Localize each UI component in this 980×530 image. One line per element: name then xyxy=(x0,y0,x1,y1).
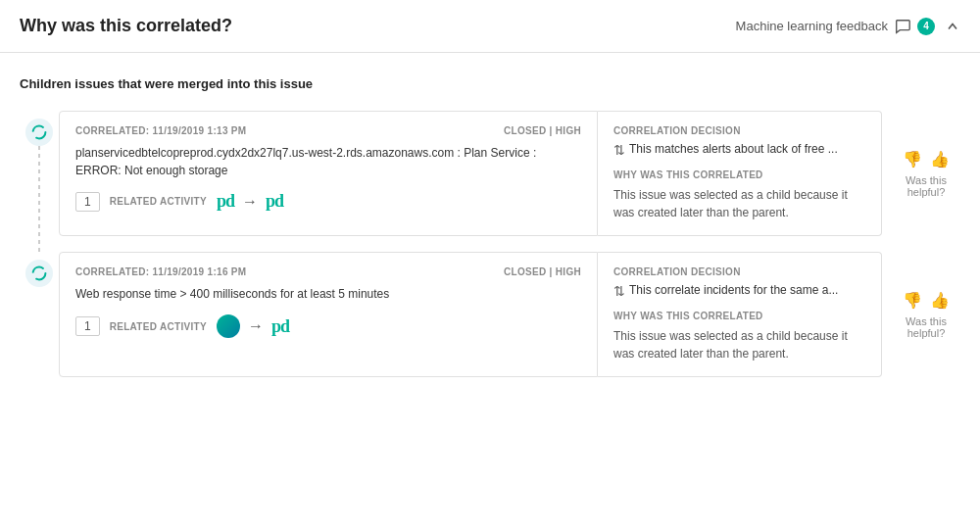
collapse-icon[interactable] xyxy=(945,19,960,34)
issue-main-card: CORRELATED: 11/19/2019 1:13 PM CLOSED | … xyxy=(59,111,598,236)
related-activity: 1 RELATED ACTIVITY → pd xyxy=(75,314,581,338)
flow-arrow: → xyxy=(242,193,258,211)
feedback-text: Was this helpful? xyxy=(892,315,960,339)
why-label: WHY WAS THIS CORRELATED xyxy=(613,311,865,321)
thumbs-up-icon[interactable]: 👍 xyxy=(930,291,950,310)
dest-pd-icon: pd xyxy=(271,316,289,337)
comment-icon xyxy=(894,18,911,35)
flow-icons: pd → pd xyxy=(217,191,283,212)
why-text: This issue was selected as a child becau… xyxy=(613,186,865,221)
related-activity: 1 RELATED ACTIVITY pd → pd xyxy=(75,191,581,212)
issue-cards: CORRELATED: 11/19/2019 1:13 PM CLOSED | … xyxy=(59,111,882,236)
issue-row: CORRELATED: 11/19/2019 1:16 PM CLOSED | … xyxy=(20,252,960,377)
timeline-icon xyxy=(25,119,53,146)
timeline-col xyxy=(20,111,59,236)
card-meta: CORRELATED: 11/19/2019 1:13 PM CLOSED | … xyxy=(75,125,581,136)
card-meta: CORRELATED: 11/19/2019 1:16 PM CLOSED | … xyxy=(75,266,581,277)
decision-icon: ⇅ xyxy=(613,283,625,299)
feedback-col: 👎 👍 Was this helpful? xyxy=(882,111,960,236)
page-title: Why was this correlated? xyxy=(20,16,232,36)
activity-label: RELATED ACTIVITY xyxy=(110,196,207,207)
header-actions: Machine learning feedback 4 xyxy=(736,18,960,35)
correlated-time: CORRELATED: 11/19/2019 1:13 PM xyxy=(75,125,246,136)
loading-icon xyxy=(31,124,47,140)
feedback-badge: 4 xyxy=(917,18,935,35)
why-label: WHY WAS THIS CORRELATED xyxy=(613,169,865,180)
issue-status: CLOSED | HIGH xyxy=(504,266,581,277)
issue-decision-card: CORRELATION DECISION ⇅ This matches aler… xyxy=(598,111,882,236)
thumbs-up-icon[interactable]: 👍 xyxy=(930,150,950,169)
activity-label: RELATED ACTIVITY xyxy=(110,321,207,332)
timeline-col xyxy=(20,252,59,377)
section-title: Children issues that were merged into th… xyxy=(20,76,960,91)
activity-count: 1 xyxy=(75,192,100,212)
flow-arrow: → xyxy=(248,317,264,335)
activity-count: 1 xyxy=(75,316,100,336)
decision-text: ⇅ This matches alerts about lack of free… xyxy=(613,142,865,158)
svg-point-0 xyxy=(33,126,46,139)
issue-decision-card: CORRELATION DECISION ⇅ This correlate in… xyxy=(598,252,882,377)
issue-cards: CORRELATED: 11/19/2019 1:16 PM CLOSED | … xyxy=(59,252,882,377)
issue-row: CORRELATED: 11/19/2019 1:13 PM CLOSED | … xyxy=(20,111,960,236)
issue-description: Web response time > 400 milliseconds for… xyxy=(75,285,581,303)
decision-label: CORRELATION DECISION xyxy=(613,125,865,136)
header: Why was this correlated? Machine learnin… xyxy=(0,0,980,53)
source-circle-icon xyxy=(217,314,240,338)
feedback-icons: 👎 👍 xyxy=(903,150,950,169)
decision-text-value: This correlate incidents for the same a.… xyxy=(629,283,838,297)
timeline-icon xyxy=(25,260,53,287)
thumbs-down-icon[interactable]: 👎 xyxy=(903,150,922,169)
why-text: This issue was selected as a child becau… xyxy=(613,327,865,362)
ml-feedback-link[interactable]: Machine learning feedback 4 xyxy=(736,18,935,35)
thumbs-down-icon[interactable]: 👎 xyxy=(903,291,922,310)
feedback-icons: 👎 👍 xyxy=(903,291,950,310)
ml-feedback-label: Machine learning feedback xyxy=(736,19,888,33)
feedback-text: Was this helpful? xyxy=(892,174,960,198)
decision-icon: ⇅ xyxy=(613,142,625,158)
loading-icon xyxy=(31,265,47,281)
dest-pd-icon: pd xyxy=(266,191,283,212)
decision-text: ⇅ This correlate incidents for the same … xyxy=(613,283,865,299)
flow-icons: → pd xyxy=(217,314,289,338)
main-content: Children issues that were merged into th… xyxy=(0,53,980,401)
issues-list: CORRELATED: 11/19/2019 1:13 PM CLOSED | … xyxy=(20,111,960,377)
svg-point-1 xyxy=(33,267,46,280)
correlated-time: CORRELATED: 11/19/2019 1:16 PM xyxy=(75,266,246,277)
issue-status: CLOSED | HIGH xyxy=(504,125,581,136)
timeline-connector xyxy=(38,146,40,252)
decision-label: CORRELATION DECISION xyxy=(613,266,865,277)
decision-text-value: This matches alerts about lack of free .… xyxy=(629,142,838,156)
issue-description: planservicedbtelcopreprod.cydx2dx27lq7.u… xyxy=(75,144,581,179)
issue-main-card: CORRELATED: 11/19/2019 1:16 PM CLOSED | … xyxy=(59,252,598,377)
feedback-col: 👎 👍 Was this helpful? xyxy=(882,252,960,377)
source-pd-icon: pd xyxy=(217,191,234,212)
